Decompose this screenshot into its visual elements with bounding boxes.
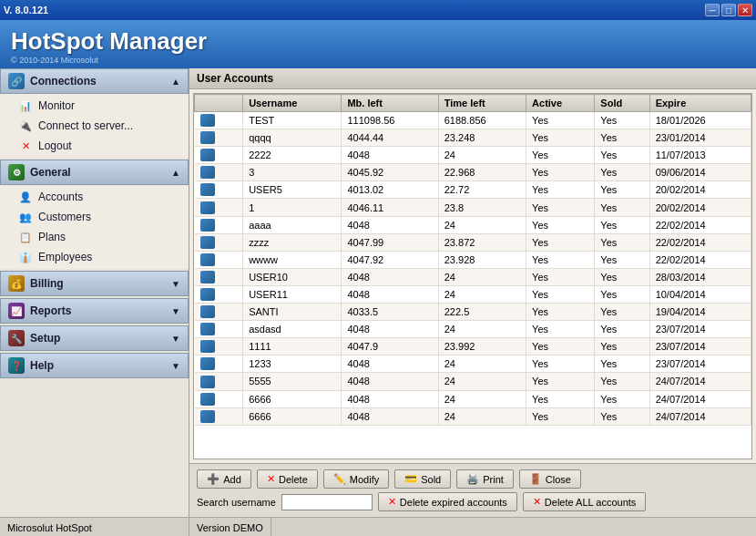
cell-time-left: 23.248: [438, 129, 526, 147]
table-row[interactable]: 5555 4048 24 Yes Yes 24/07/2014: [195, 373, 751, 390]
table-row[interactable]: 1 4046.11 23.8 Yes Yes 20/02/2014: [195, 199, 751, 216]
delete-all-button[interactable]: ✕ Delete ALL accounts: [523, 492, 647, 511]
cell-active: Yes: [526, 233, 595, 251]
sidebar-billing-header[interactable]: 💰 Billing ▼: [0, 271, 189, 296]
user-row-icon: [200, 410, 215, 423]
table-row[interactable]: 6666 4048 24 Yes Yes 24/07/2014: [195, 390, 751, 407]
cell-expire: 10/04/2014: [649, 285, 751, 303]
sidebar-item-accounts[interactable]: 👤 Accounts: [0, 187, 189, 207]
search-input[interactable]: [281, 494, 373, 510]
table-row[interactable]: 6666 4048 24 Yes Yes 24/07/2014: [195, 407, 751, 425]
connections-label: Connections: [30, 75, 97, 88]
sidebar-item-plans[interactable]: 📋 Plans: [0, 227, 189, 247]
table-row[interactable]: 1111 4047.9 23.992 Yes Yes 23/07/2014: [195, 338, 751, 356]
cell-expire: 20/02/2014: [649, 199, 751, 216]
cell-sold: Yes: [595, 199, 649, 216]
sidebar-reports-header[interactable]: 📈 Reports ▼: [0, 298, 189, 324]
sidebar-section-setup: 🔧 Setup ▼: [0, 325, 189, 351]
table-row[interactable]: 1233 4048 24 Yes Yes 23/07/2014: [195, 356, 751, 373]
modify-button[interactable]: ✏️ Modify: [323, 469, 389, 489]
cell-username: 2222: [243, 147, 342, 164]
app-title: HotSpot Manager: [11, 27, 745, 56]
action-bar: ➕ Add ✕ Delete ✏️ Modify 💳 Sold 🖨️ P: [189, 463, 756, 517]
sidebar-help-header[interactable]: ❓ Help ▼: [0, 353, 189, 378]
window-controls: ─ □ ✕: [705, 4, 752, 16]
sidebar-general-header[interactable]: ⚙ General ▲: [0, 160, 189, 185]
cell-active: Yes: [526, 147, 595, 164]
table-header-row: Username Mb. left Time left Active Sold …: [195, 95, 751, 112]
cell-expire: 23/07/2014: [649, 321, 751, 338]
cell-mb-left: 4048: [342, 216, 438, 233]
logout-label: Logout: [38, 139, 72, 152]
cell-sold: Yes: [595, 112, 649, 129]
cell-username: 6666: [243, 390, 342, 407]
cell-username: 1111: [243, 338, 342, 356]
delete-all-label: Delete ALL accounts: [545, 497, 637, 508]
maximize-button[interactable]: □: [721, 4, 736, 16]
cell-expire: 24/07/2014: [649, 407, 751, 425]
cell-username: qqqq: [243, 129, 342, 147]
table-row[interactable]: aaaa 4048 24 Yes Yes 22/02/2014: [195, 216, 751, 233]
sidebar-section-general: ⚙ General ▲ 👤 Accounts 👥 Customers 📋 Pla…: [0, 160, 189, 269]
table-row[interactable]: qqqq 4044.44 23.248 Yes Yes 23/01/2014: [195, 129, 751, 147]
print-button[interactable]: 🖨️ Print: [456, 469, 514, 489]
accounts-icon: 👤: [18, 190, 33, 204]
cell-active: Yes: [526, 112, 595, 129]
cell-time-left: 24: [438, 216, 526, 233]
table-row[interactable]: 3 4045.92 22.968 Yes Yes 09/06/2014: [195, 164, 751, 181]
row-icon-cell: [195, 321, 243, 338]
monitor-label: Monitor: [38, 99, 75, 112]
cell-active: Yes: [526, 129, 595, 147]
table-row[interactable]: TEST 111098.56 6188.856 Yes Yes 18/01/20…: [195, 112, 751, 129]
cell-active: Yes: [526, 356, 595, 373]
sidebar-item-connect[interactable]: 🔌 Connect to server...: [0, 116, 189, 136]
user-accounts-table: Username Mb. left Time left Active Sold …: [194, 94, 751, 426]
status-bar: Microsolut HotSpot Version DEMO: [0, 517, 756, 536]
sidebar-connections-header[interactable]: 🔗 Connections ▲: [0, 68, 189, 94]
general-section-icon: ⚙: [8, 164, 25, 180]
general-arrow: ▲: [171, 168, 180, 178]
minimize-button[interactable]: ─: [705, 4, 720, 16]
cell-sold: Yes: [595, 147, 649, 164]
table-row[interactable]: SANTI 4033.5 222.5 Yes Yes 19/04/2014: [195, 304, 751, 321]
table-row[interactable]: asdasd 4048 24 Yes Yes 23/07/2014: [195, 321, 751, 338]
app-header: HotSpot Manager © 2010-2014 Microsolut: [0, 20, 756, 68]
row-icon-cell: [195, 251, 243, 268]
table-row[interactable]: USER11 4048 24 Yes Yes 10/04/2014: [195, 285, 751, 303]
connections-arrow: ▲: [171, 77, 180, 87]
sold-label: Sold: [421, 474, 441, 485]
table-row[interactable]: zzzz 4047.99 23.872 Yes Yes 22/02/2014: [195, 233, 751, 251]
sold-icon: 💳: [404, 473, 417, 485]
sidebar-setup-header[interactable]: 🔧 Setup ▼: [0, 325, 189, 351]
cell-sold: Yes: [595, 251, 649, 268]
table-row[interactable]: wwww 4047.92 23.928 Yes Yes 22/02/2014: [195, 251, 751, 268]
cell-mb-left: 4048: [342, 147, 438, 164]
user-accounts-table-container[interactable]: Username Mb. left Time left Active Sold …: [193, 93, 752, 459]
table-row[interactable]: 2222 4048 24 Yes Yes 11/07/2013: [195, 147, 751, 164]
row-icon-cell: [195, 164, 243, 181]
cell-username: 3: [243, 164, 342, 181]
cell-username: 6666: [243, 407, 342, 425]
close-button[interactable]: 🚪 Close: [519, 469, 581, 489]
cell-expire: 22/02/2014: [649, 216, 751, 233]
sidebar-item-employees[interactable]: 👔 Employees: [0, 247, 189, 267]
window-close-button[interactable]: ✕: [738, 4, 752, 16]
row-icon-cell: [195, 390, 243, 407]
cell-username: TEST: [243, 112, 342, 129]
employees-label: Employees: [38, 251, 92, 263]
table-row[interactable]: USER5 4013.02 22.72 Yes Yes 20/02/2014: [195, 181, 751, 199]
delete-button[interactable]: ✕ Delete: [257, 469, 318, 489]
cell-expire: 23/01/2014: [649, 129, 751, 147]
sidebar-item-monitor[interactable]: 📊 Monitor: [0, 96, 189, 116]
cell-mb-left: 111098.56: [342, 112, 438, 129]
sidebar-item-customers[interactable]: 👥 Customers: [0, 207, 189, 227]
sold-button[interactable]: 💳 Sold: [394, 469, 451, 489]
table-row[interactable]: USER10 4048 24 Yes Yes 28/03/2014: [195, 268, 751, 285]
cell-active: Yes: [526, 216, 595, 233]
sidebar: 🔗 Connections ▲ 📊 Monitor 🔌 Connect to s…: [0, 68, 189, 517]
sidebar-item-logout[interactable]: ✕ Logout: [0, 136, 189, 156]
cell-username: USER11: [243, 285, 342, 303]
delete-expired-button[interactable]: ✕ Delete expired accounts: [378, 492, 517, 511]
cell-expire: 22/02/2014: [649, 233, 751, 251]
add-button[interactable]: ➕ Add: [197, 469, 251, 489]
